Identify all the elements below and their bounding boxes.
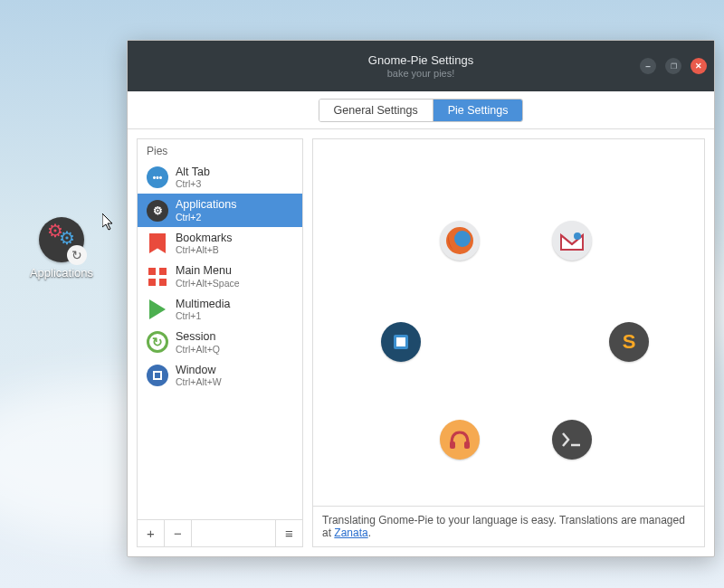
maximize-button[interactable]	[665, 58, 681, 74]
sidebar-menu-button[interactable]: ≡	[275, 520, 302, 546]
sidebar-item-shortcut: Ctrl+2	[176, 212, 236, 223]
remove-pie-button[interactable]: −	[165, 520, 192, 546]
sidebar-item-multimedia[interactable]: MultimediaCtrl+1	[138, 293, 302, 326]
tab-general-settings[interactable]: General Settings	[319, 100, 433, 121]
sidebar-toolbar: + − ≡	[138, 519, 302, 546]
slice-mail[interactable]	[552, 221, 592, 261]
mail-icon	[559, 230, 585, 251]
slice-headphones[interactable]	[440, 420, 480, 460]
window-subtitle: bake your pies!	[387, 68, 455, 79]
applications-icon: ⚙	[147, 200, 168, 222]
desktop-launcher-label: Applications	[25, 266, 98, 280]
sidebar-header: Pies	[138, 139, 302, 161]
sidebar-item-main-menu[interactable]: Main MenuCtrl+Alt+Space	[138, 260, 302, 292]
sidebar-item-shortcut: Ctrl+1	[176, 310, 230, 321]
sidebar-item-label: Main Menu	[176, 264, 240, 277]
sidebar-item-window[interactable]: WindowCtrl+Alt+W	[138, 359, 302, 392]
sidebar-item-label: Bookmarks	[176, 232, 233, 244]
sidebar-item-label: Window	[176, 364, 222, 376]
pie-preview-area[interactable]: S	[313, 139, 704, 506]
mouse-cursor-icon	[102, 213, 117, 234]
play-icon	[147, 299, 168, 320]
sidebar-item-label: Multimedia	[176, 298, 230, 310]
pies-list: ••• Alt TabCtrl+3 ⚙ ApplicationsCtrl+2 B…	[138, 161, 302, 519]
sublime-icon: S	[623, 330, 636, 354]
status-text-suffix: .	[368, 526, 371, 539]
sidebar-item-label: Alt Tab	[176, 166, 210, 178]
toolbar-spacer	[192, 520, 275, 546]
status-text-prefix: Translating Gnome-Pie to your language i…	[322, 514, 685, 539]
settings-window: Gnome-Pie Settings bake your pies! Gener…	[127, 40, 715, 557]
sidebar-item-alt-tab[interactable]: ••• Alt TabCtrl+3	[138, 161, 302, 194]
zanata-link[interactable]: Zanata	[334, 526, 367, 539]
add-pie-button[interactable]: +	[138, 520, 165, 546]
headphones-icon	[448, 429, 472, 450]
firefox-icon	[444, 225, 475, 256]
gears-icon: ↻	[39, 217, 84, 262]
desktop-launcher[interactable]: ↻ Applications	[25, 217, 98, 280]
sidebar-item-shortcut: Ctrl+Alt+Space	[176, 278, 240, 289]
svg-rect-5	[450, 441, 455, 449]
sidebar-item-label: Session	[176, 330, 220, 343]
alt-tab-icon: •••	[147, 166, 168, 188]
svg-rect-4	[396, 337, 405, 346]
sidebar-item-applications[interactable]: ⚙ ApplicationsCtrl+2	[138, 194, 302, 226]
pies-sidebar: Pies ••• Alt TabCtrl+3 ⚙ ApplicationsCtr…	[137, 138, 303, 547]
refresh-badge-icon: ↻	[67, 245, 87, 265]
sidebar-item-shortcut: Ctrl+Alt+B	[176, 244, 233, 255]
screenshot-icon	[391, 332, 411, 352]
slice-firefox[interactable]	[440, 221, 480, 261]
pie-editor-pane: S Translating Gnome-Pie to your language…	[312, 138, 705, 547]
svg-rect-6	[464, 441, 470, 449]
window-icon	[147, 365, 168, 386]
sidebar-item-label: Applications	[176, 198, 236, 211]
minimize-button[interactable]	[640, 58, 656, 74]
slice-terminal[interactable]	[552, 420, 592, 460]
bookmark-icon	[147, 232, 168, 254]
svg-point-2	[574, 232, 581, 240]
tab-pie-settings[interactable]: Pie Settings	[433, 100, 523, 121]
titlebar[interactable]: Gnome-Pie Settings bake your pies!	[128, 41, 714, 91]
slice-sublime[interactable]: S	[609, 322, 649, 362]
sidebar-item-session[interactable]: ↻ SessionCtrl+Alt+Q	[138, 326, 302, 358]
sidebar-item-shortcut: Ctrl+Alt+Q	[176, 344, 220, 355]
slice-screenshot[interactable]	[381, 322, 421, 362]
session-icon: ↻	[147, 331, 168, 353]
sidebar-item-bookmarks[interactable]: BookmarksCtrl+Alt+B	[138, 227, 302, 260]
svg-point-1	[454, 231, 471, 247]
terminal-icon	[561, 432, 583, 448]
close-button[interactable]	[691, 58, 707, 74]
sidebar-item-shortcut: Ctrl+3	[176, 178, 210, 189]
window-title: Gnome-Pie Settings	[368, 53, 473, 67]
status-bar: Translating Gnome-Pie to your language i…	[313, 506, 704, 546]
main-menu-icon	[147, 266, 168, 288]
tab-bar: General Settings Pie Settings	[128, 91, 714, 129]
sidebar-item-shortcut: Ctrl+Alt+W	[176, 376, 222, 387]
